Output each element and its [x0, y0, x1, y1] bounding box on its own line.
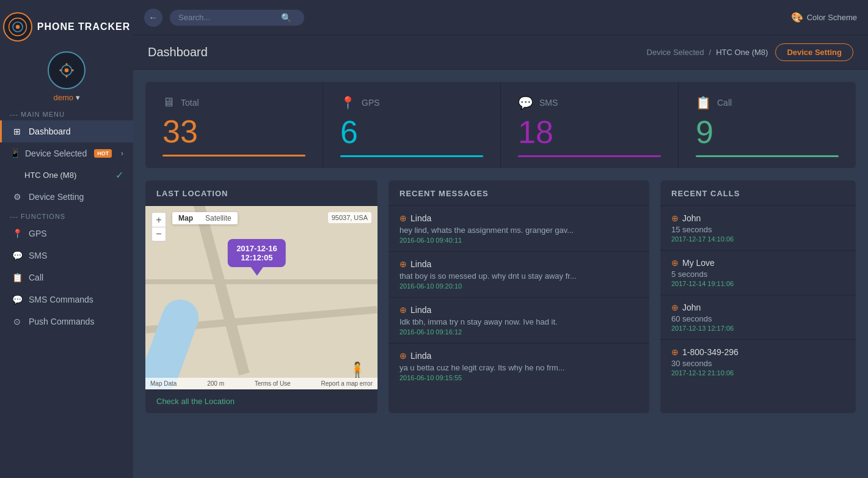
msg-time-3: 2016-06-10 09:15:55	[399, 374, 638, 381]
functions-label: --- FUNCTIONS	[0, 208, 133, 222]
msg-sender-icon-1: ⊕	[399, 259, 407, 269]
push-commands-icon: ⊙	[12, 317, 23, 326]
main-menu-label: --- MAIN MENU	[0, 106, 133, 120]
message-item-2[interactable]: ⊕ Linda Idk tbh, imma try n stay away no…	[388, 298, 649, 344]
map-terms: Terms of Use	[255, 380, 291, 387]
message-item-3[interactable]: ⊕ Linda ya u betta cuz he legit cray. It…	[388, 344, 649, 389]
gps-value: 6	[340, 116, 483, 148]
sidebar: PHONE TRACKER demo ▾ --- MAIN MENU ⊞ Das…	[0, 0, 133, 478]
call-item-2[interactable]: ⊕ John 60 seconds 2017-12-13 12:17:06	[660, 295, 856, 340]
zoom-out-button[interactable]: −	[151, 227, 166, 241]
call-item-icon-3: ⊕	[671, 347, 679, 357]
map-tab-map[interactable]: Map	[172, 212, 199, 224]
panel-messages: RECENT MESSAGES ⊕ Linda hey lind, whats …	[388, 180, 649, 413]
msg-sender-icon-0: ⊕	[399, 213, 407, 223]
sidebar-item-device-selected[interactable]: 📱 Device Selected HOT ›	[0, 142, 133, 164]
svg-point-5	[65, 68, 69, 73]
msg-preview-0: hey lind, whats the assignment ms. grang…	[399, 226, 595, 235]
messages-panel-header: RECENT MESSAGES	[388, 180, 649, 206]
sidebar-item-gps[interactable]: 📍 GPS	[0, 222, 133, 245]
call-item-0[interactable]: ⊕ John 15 seconds 2017-12-17 14:10:06	[660, 206, 856, 251]
check-location-link[interactable]: Check all the Location	[145, 389, 377, 413]
logo-icon	[3, 12, 32, 42]
call-stat-icon: 📋	[696, 95, 711, 110]
color-scheme-button[interactable]: 🎨 Color Scheme	[791, 12, 857, 23]
breadcrumb-separator: /	[709, 48, 712, 57]
sidebar-item-call[interactable]: 📋 Call	[0, 267, 133, 289]
map-pin-bubble: 2017-12-16 12:12:05	[228, 239, 286, 267]
call-item-1[interactable]: ⊕ My Love 5 seconds 2017-12-14 19:11:06	[660, 251, 856, 295]
svg-point-8	[59, 69, 61, 71]
map-type-tabs: Map Satellite	[172, 212, 238, 224]
sms-commands-icon: 💬	[12, 295, 23, 304]
msg-preview-1: that boy is so messed up. why dnt u stay…	[399, 271, 595, 281]
map-pin-tail	[250, 267, 263, 276]
msg-sender-icon-2: ⊕	[399, 305, 407, 315]
device-icon: 📱	[10, 149, 20, 158]
main-content: ← 🔍 🎨 Color Scheme Dashboard Device Sele…	[133, 0, 868, 478]
msg-sender-2: ⊕ Linda	[399, 305, 638, 315]
map-report: Report a map error	[321, 380, 373, 387]
page-title: Dashboard	[148, 45, 208, 59]
map-footer: Map Data 200 m Terms of Use Report a map…	[145, 378, 377, 389]
msg-preview-3: ya u betta cuz he legit cray. Its why he…	[399, 363, 595, 372]
map-area[interactable]: + − Map Satellite 95037, USA 2017-12-16 …	[145, 206, 377, 389]
zoom-in-button[interactable]: +	[151, 212, 166, 227]
logo-area: PHONE TRACKER	[3, 6, 131, 46]
sidebar-item-sms[interactable]: 💬 SMS	[0, 245, 133, 267]
sidebar-item-push-commands[interactable]: ⊙ Push Commands	[0, 311, 133, 333]
call-name-0: ⊕ John	[671, 213, 845, 223]
back-button[interactable]: ←	[144, 9, 162, 27]
messages-list: ⊕ Linda hey lind, whats the assignment m…	[388, 206, 649, 389]
sms-stat-icon: 💬	[518, 95, 533, 110]
panel-calls: RECENT CALLS ⊕ John 15 seconds 2017-12-1…	[660, 180, 856, 413]
msg-time-1: 2016-06-10 09:20:10	[399, 282, 638, 290]
app-name: PHONE TRACKER	[37, 21, 131, 32]
call-name-3: ⊕ 1-800-349-296	[671, 347, 845, 357]
call-duration-2: 60 seconds	[671, 314, 845, 323]
map-data-label: Map Data	[150, 380, 177, 387]
map-water	[145, 295, 204, 389]
map-road-3	[145, 279, 377, 284]
device-name-row[interactable]: HTC One (M8) ✓	[0, 164, 133, 186]
call-name-1: ⊕ My Love	[671, 258, 845, 268]
map-person-icon: 🧍	[348, 361, 367, 378]
sms-bar	[518, 155, 661, 157]
device-setting-button[interactable]: Device Setting	[775, 43, 853, 61]
gps-bar	[340, 155, 483, 157]
breadcrumb-device: Device Selected	[647, 48, 704, 57]
stat-sms: 💬 SMS 18	[501, 82, 679, 168]
call-item-3[interactable]: ⊕ 1-800-349-296 30 seconds 2017-12-12 21…	[660, 340, 856, 384]
stats-row: 🖥 Total 33 📍 GPS 6 💬 SMS 18	[145, 82, 856, 168]
map-background	[145, 206, 377, 389]
sidebar-item-sms-commands[interactable]: 💬 SMS Commands	[0, 289, 133, 311]
total-icon: 🖥	[162, 95, 175, 109]
map-pin: 2017-12-16 12:12:05	[228, 239, 286, 276]
user-label[interactable]: demo ▾	[53, 93, 79, 102]
message-item-0[interactable]: ⊕ Linda hey lind, whats the assignment m…	[388, 206, 649, 252]
call-item-icon-0: ⊕	[671, 213, 679, 223]
call-duration-1: 5 seconds	[671, 270, 845, 279]
sidebar-item-device-setting[interactable]: ⚙ Device Setting	[0, 186, 133, 208]
sms-label: SMS	[539, 98, 558, 108]
msg-sender-icon-3: ⊕	[399, 351, 407, 361]
msg-sender-1: ⊕ Linda	[399, 259, 638, 269]
sms-value: 18	[518, 116, 661, 148]
msg-time-0: 2016-06-10 09:40:11	[399, 237, 638, 244]
message-item-1[interactable]: ⊕ Linda that boy is so messed up. why dn…	[388, 252, 649, 298]
topbar: ← 🔍 🎨 Color Scheme	[133, 0, 868, 35]
svg-point-7	[65, 75, 67, 77]
map-tab-satellite[interactable]: Satellite	[199, 212, 238, 224]
stat-call: 📋 Call 9	[679, 82, 856, 168]
msg-time-2: 2016-06-10 09:16:12	[399, 328, 638, 336]
avatar-area: demo ▾	[48, 51, 86, 102]
search-input[interactable]	[178, 13, 276, 22]
call-time-2: 2017-12-13 12:17:06	[671, 325, 845, 332]
call-bar	[696, 155, 839, 157]
sidebar-item-dashboard[interactable]: ⊞ Dashboard	[0, 120, 133, 142]
total-label: Total	[181, 98, 199, 108]
map-address: 95037, USA	[328, 212, 371, 223]
content-area: 🖥 Total 33 📍 GPS 6 💬 SMS 18	[133, 70, 868, 478]
svg-point-6	[65, 63, 67, 65]
call-time-3: 2017-12-12 21:10:06	[671, 369, 845, 377]
